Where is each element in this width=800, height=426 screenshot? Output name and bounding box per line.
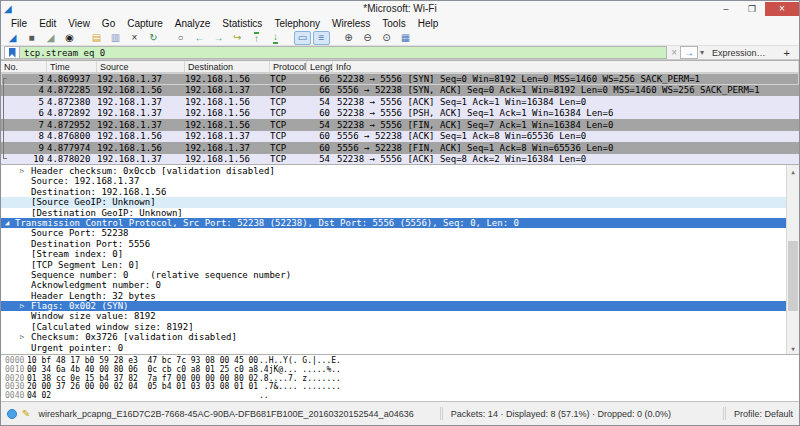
capture-comment-icon[interactable]: ✎ [22, 408, 30, 419]
menu-view[interactable]: View [62, 18, 96, 29]
window-controls: – ❐ × [713, 2, 799, 16]
menu-edit[interactable]: Edit [33, 18, 62, 29]
open-file-icon[interactable]: ▤ [88, 31, 105, 45]
detail-line[interactable]: [Destination GeoIP: Unknown] [1, 208, 786, 218]
packet-row[interactable]: 84.876800192.168.1.56192.168.1.37TCP6055… [1, 131, 799, 143]
expert-info-icon[interactable] [7, 409, 17, 419]
packet-row[interactable]: 34.869937192.168.1.37192.168.1.56TCP6652… [1, 73, 799, 85]
detail-line[interactable]: Source Port: 52238 [1, 228, 786, 238]
scroll-down-icon[interactable]: ▼ [787, 342, 799, 354]
detail-line[interactable]: Urgent pointer: 0 [1, 343, 786, 353]
menu-telephony[interactable]: Telephony [268, 18, 326, 29]
go-to-bottom-icon[interactable]: ↓ [267, 31, 284, 45]
filter-apply-button[interactable]: → [680, 46, 698, 59]
hex-row[interactable]: 004004 02.. [1, 392, 799, 401]
packet-row[interactable]: 54.872380192.168.1.37192.168.1.56TCP5452… [1, 96, 799, 108]
column-header-no[interactable]: No. [1, 61, 47, 72]
save-file-icon[interactable]: ▥ [107, 31, 124, 45]
column-header-length[interactable]: Length [307, 61, 333, 72]
detail-line[interactable]: [Calculated window size: 8192] [1, 322, 786, 332]
packet-row[interactable]: 44.872285192.168.1.56192.168.1.37TCP6655… [1, 85, 799, 97]
find-packet-icon[interactable]: ○ [172, 31, 189, 45]
detail-line[interactable]: ▷Flags: 0x002 (SYN) [1, 301, 786, 311]
expression-button[interactable]: Expression… [712, 48, 766, 58]
go-to-top-icon[interactable]: ↑ [248, 31, 265, 45]
filter-bookmark-button[interactable] [4, 46, 20, 59]
packet-cell: TCP [270, 74, 307, 84]
reload-file-icon[interactable]: ↻ [145, 31, 162, 45]
filter-dropdown-caret-icon[interactable]: ▾ [700, 48, 704, 57]
column-header-time[interactable]: Time [47, 61, 97, 72]
detail-line[interactable]: Destination: 192.168.1.56 [1, 187, 786, 197]
detail-line[interactable]: ◢Transmission Control Protocol, Src Port… [1, 218, 786, 228]
detail-line[interactable]: ▷Header checksum: 0x0ccb [validation dis… [1, 166, 786, 176]
packet-cell: TCP [270, 108, 307, 118]
packet-cell: 52238 → 5556 [SYN] Seq=0 Win=8192 Len=0 … [333, 74, 799, 84]
start-capture-icon[interactable]: ◢ [4, 31, 21, 45]
detail-line[interactable]: Sequence number: 0 (relative sequence nu… [1, 270, 786, 280]
detail-line[interactable]: Window size value: 8192 [1, 311, 786, 321]
menu-help[interactable]: Help [412, 18, 445, 29]
zoom-original-icon[interactable]: ⊙ [378, 31, 395, 45]
resize-columns-icon[interactable]: ▦ [397, 31, 414, 45]
menu-wireless[interactable]: Wireless [326, 18, 376, 29]
collapsed-arrow-icon[interactable]: ▷ [20, 332, 24, 342]
minimize-button[interactable]: – [713, 2, 739, 16]
expanded-arrow-icon[interactable]: ◢ [5, 218, 9, 228]
packet-row[interactable]: 64.872892192.168.1.37192.168.1.56TCP6052… [1, 108, 799, 120]
packet-cell: 192.168.1.37 [97, 74, 185, 84]
column-header-info[interactable]: Info [333, 61, 799, 72]
scroll-up-icon[interactable]: ▲ [787, 165, 799, 177]
colorize-icon[interactable]: ≡ [313, 31, 330, 45]
filter-input[interactable]: tcp.stream eq 0 [20, 46, 667, 59]
go-to-packet-icon[interactable]: ↪ [229, 31, 246, 45]
packet-cell: 54 [307, 120, 333, 130]
menu-statistics[interactable]: Statistics [216, 18, 268, 29]
stop-capture-icon[interactable]: ■ [23, 31, 40, 45]
capture-options-icon[interactable]: ◉ [61, 31, 78, 45]
detail-line-text: Urgent pointer: 0 [1, 343, 123, 353]
packet-row[interactable]: 104.878020192.168.1.37192.168.1.56TCP545… [1, 154, 799, 165]
collapsed-arrow-icon[interactable]: ▷ [20, 301, 24, 311]
close-file-icon[interactable]: × [126, 31, 143, 45]
filter-clear-icon[interactable]: × [671, 47, 677, 58]
go-forward-icon[interactable]: → [210, 31, 227, 45]
packet-cell: 4.878020 [47, 154, 97, 164]
packet-cell: 192.168.1.56 [185, 108, 270, 118]
scrollbar-thumb[interactable] [788, 241, 798, 311]
detail-line[interactable]: [Source GeoIP: Unknown] [1, 197, 786, 207]
hex-row[interactable]: 003020 00 37 26 00 00 02 04 05 b4 01 03 … [1, 383, 799, 392]
detail-line[interactable]: Source: 192.168.1.37 [1, 176, 786, 186]
go-back-icon[interactable]: ← [191, 31, 208, 45]
detail-scrollbar[interactable]: ▲ ▼ [786, 165, 799, 354]
menu-analyze[interactable]: Analyze [169, 18, 217, 29]
detail-line[interactable]: Acknowledgment number: 0 [1, 280, 786, 290]
restart-capture-icon[interactable]: ◢ [42, 31, 59, 45]
column-header-protocol[interactable]: Protocol [270, 61, 307, 72]
menu-go[interactable]: Go [96, 18, 121, 29]
column-header-source[interactable]: Source [97, 61, 185, 72]
menu-capture[interactable]: Capture [121, 18, 169, 29]
detail-line[interactable]: Header Length: 32 bytes [1, 291, 786, 301]
menu-file[interactable]: File [5, 18, 33, 29]
menu-tools[interactable]: Tools [376, 18, 411, 29]
collapsed-arrow-icon[interactable]: ▷ [20, 166, 24, 176]
filter-add-button[interactable]: + [784, 47, 790, 59]
zoom-in-icon[interactable]: ⊕ [340, 31, 357, 45]
detail-line-text: Sequence number: 0 (relative sequence nu… [1, 270, 291, 280]
auto-scroll-icon[interactable]: ▭ [294, 31, 311, 45]
packet-cell: 192.168.1.56 [97, 131, 185, 141]
detail-line-text: [TCP Segment Len: 0] [1, 260, 139, 270]
detail-line[interactable]: [Stream index: 0] [1, 249, 786, 259]
maximize-button[interactable]: ❐ [739, 2, 765, 16]
detail-line[interactable]: ▷Checksum: 0x3726 [validation disabled] [1, 332, 786, 342]
detail-line[interactable]: [TCP Segment Len: 0] [1, 260, 786, 270]
close-button[interactable]: × [765, 2, 799, 16]
packet-row[interactable]: 74.872952192.168.1.37192.168.1.56TCP5452… [1, 119, 799, 131]
packet-row[interactable]: 94.877974192.168.1.56192.168.1.37TCP6055… [1, 142, 799, 154]
column-header-destination[interactable]: Destination [185, 61, 270, 72]
profile-label[interactable]: Profile: Default [734, 409, 793, 419]
packet-counts-group: Packets: 14 · Displayed: 8 (57.1%) · Dro… [432, 407, 671, 420]
zoom-out-icon[interactable]: ⊖ [359, 31, 376, 45]
detail-line[interactable]: Destination Port: 5556 [1, 239, 786, 249]
